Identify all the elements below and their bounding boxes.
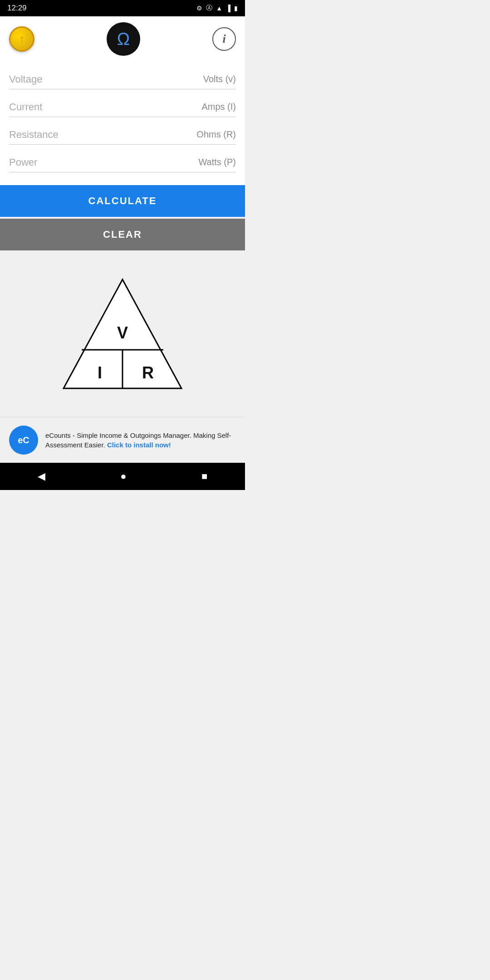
ad-logo: eC: [9, 426, 38, 455]
svg-text:R: R: [142, 363, 154, 382]
voltage-unit: Volts (v): [203, 74, 236, 85]
resistance-input[interactable]: [9, 129, 193, 141]
resistance-unit: Ohms (R): [196, 129, 236, 141]
form-area: Volts (v) Amps (I) Ohms (R) Watts (P): [0, 62, 245, 185]
power-row: Watts (P): [9, 148, 236, 172]
clear-button[interactable]: CLEAR: [0, 219, 245, 250]
voltage-row: Volts (v): [9, 65, 236, 89]
resistance-row: Ohms (R): [9, 121, 236, 145]
current-unit: Amps (I): [201, 102, 236, 113]
info-button[interactable]: i: [212, 27, 236, 51]
ohm-triangle: V I R: [59, 275, 186, 393]
power-input[interactable]: [9, 157, 195, 168]
power-unit: Watts (P): [198, 157, 236, 168]
battery-icon: ▮: [234, 5, 238, 12]
ad-text-block: eCounts - Simple Income & Outgoings Mana…: [45, 431, 236, 450]
ad-link[interactable]: Click to install now!: [107, 441, 171, 449]
settings-icon: ⚙: [196, 5, 202, 12]
omega-symbol: Ω: [117, 30, 130, 48]
svg-text:I: I: [98, 363, 102, 382]
diagram-area: V I R: [0, 250, 245, 417]
status-bar: 12:29 ⚙ Ⓐ ▲ ▐ ▮: [0, 0, 245, 16]
omega-logo: Ω: [107, 22, 140, 56]
current-input[interactable]: [9, 101, 198, 113]
info-icon: i: [222, 32, 225, 46]
coin-icon: [9, 26, 34, 52]
nav-recents-button[interactable]: ■: [192, 466, 216, 487]
signal-icon: ▐: [226, 5, 230, 12]
status-icons: ⚙ Ⓐ ▲ ▐ ▮: [196, 4, 238, 12]
current-row: Amps (I): [9, 93, 236, 117]
status-time: 12:29: [7, 4, 27, 13]
wifi-icon: ▲: [216, 5, 222, 12]
at-icon: Ⓐ: [206, 4, 212, 12]
nav-back-button[interactable]: ◀: [29, 466, 54, 487]
nav-home-button[interactable]: ●: [111, 466, 135, 487]
ad-logo-text: eC: [18, 435, 29, 446]
nav-bar: ◀ ● ■: [0, 463, 245, 490]
svg-text:V: V: [117, 323, 128, 342]
app-header: Ω i: [0, 16, 245, 62]
calculate-button[interactable]: CALCULATE: [0, 185, 245, 217]
ad-banner[interactable]: eC eCounts - Simple Income & Outgoings M…: [0, 417, 245, 463]
voltage-input[interactable]: [9, 74, 200, 85]
